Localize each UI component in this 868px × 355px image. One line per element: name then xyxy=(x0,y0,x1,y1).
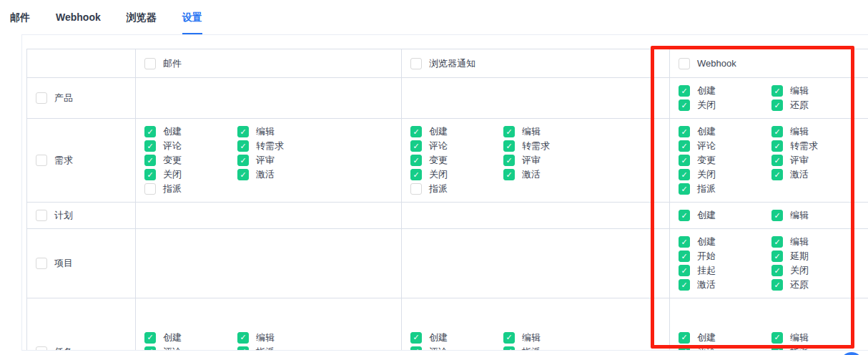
action-item-story-webhook[interactable]: ✓变更 xyxy=(679,153,771,167)
action-item-story-mail[interactable]: ✓创建 xyxy=(144,125,237,139)
action-checkbox[interactable]: ✓ xyxy=(237,155,249,166)
action-checkbox[interactable]: ✓ xyxy=(410,155,422,166)
action-checkbox[interactable]: ✓ xyxy=(503,332,515,344)
action-checkbox[interactable]: ✓ xyxy=(771,99,783,111)
tab-settings[interactable]: 设置 xyxy=(182,11,202,34)
action-item-project-webhook[interactable]: ✓创建 xyxy=(679,235,771,249)
action-checkbox[interactable]: ✓ xyxy=(503,155,515,166)
action-item-task-browser-notice[interactable]: ✓指派 xyxy=(503,345,596,351)
action-checkbox[interactable]: ✓ xyxy=(503,346,515,351)
action-item-story-mail[interactable]: 指派 xyxy=(144,182,237,196)
action-checkbox[interactable]: ✓ xyxy=(679,210,690,221)
action-checkbox[interactable]: ✓ xyxy=(679,140,690,152)
action-item-project-webhook[interactable]: ✓还原 xyxy=(771,278,864,292)
action-item-product-webhook[interactable]: ✓关闭 xyxy=(679,98,771,112)
action-item-task-mail[interactable]: ✓指派 xyxy=(237,345,330,351)
action-checkbox[interactable]: ✓ xyxy=(410,140,422,152)
action-item-project-webhook[interactable]: ✓激活 xyxy=(679,278,771,292)
action-item-story-mail[interactable]: ✓激活 xyxy=(237,167,330,182)
row-checkbox-project[interactable] xyxy=(36,258,47,269)
floating-action-button[interactable] xyxy=(840,352,863,355)
action-item-story-mail[interactable]: ✓关闭 xyxy=(144,167,237,182)
tab-webhook[interactable]: Webhook xyxy=(56,11,101,34)
action-item-story-mail[interactable]: ✓变更 xyxy=(144,153,237,167)
action-checkbox[interactable]: ✓ xyxy=(679,279,690,291)
action-checkbox[interactable]: ✓ xyxy=(503,126,515,137)
action-item-story-mail[interactable]: ✓编辑 xyxy=(237,125,330,139)
action-checkbox[interactable]: ✓ xyxy=(771,346,783,351)
action-item-product-webhook[interactable]: ✓创建 xyxy=(679,84,771,98)
column-checkbox-webhook[interactable] xyxy=(679,58,690,69)
row-checkbox-task[interactable] xyxy=(36,346,47,351)
action-checkbox[interactable]: ✓ xyxy=(237,169,249,180)
action-item-task-mail[interactable]: ✓创建 xyxy=(144,331,237,345)
row-checkbox-plan[interactable] xyxy=(36,210,47,221)
action-checkbox[interactable]: ✓ xyxy=(771,236,783,248)
action-checkbox[interactable]: ✓ xyxy=(144,332,156,344)
action-item-task-mail[interactable]: ✓评论 xyxy=(144,345,237,351)
action-item-story-mail[interactable]: ✓转需求 xyxy=(237,139,330,153)
action-checkbox[interactable]: ✓ xyxy=(771,85,783,97)
action-item-story-webhook[interactable]: ✓编辑 xyxy=(771,125,864,139)
action-checkbox[interactable]: ✓ xyxy=(237,140,249,152)
action-item-product-webhook[interactable]: ✓还原 xyxy=(771,98,864,112)
action-item-task-browser-notice[interactable]: ✓编辑 xyxy=(503,331,596,345)
action-checkbox[interactable]: ✓ xyxy=(144,155,156,166)
action-checkbox[interactable] xyxy=(410,183,422,195)
action-item-story-webhook[interactable]: ✓指派 xyxy=(679,182,771,196)
action-checkbox[interactable]: ✓ xyxy=(679,99,690,111)
action-checkbox[interactable]: ✓ xyxy=(679,85,690,97)
action-item-task-webhook[interactable]: ✓编辑 xyxy=(771,331,864,345)
action-checkbox[interactable]: ✓ xyxy=(679,332,690,344)
action-checkbox[interactable]: ✓ xyxy=(771,332,783,344)
action-item-task-browser-notice[interactable]: ✓创建 xyxy=(410,331,503,345)
action-checkbox[interactable]: ✓ xyxy=(144,126,156,137)
action-checkbox[interactable]: ✓ xyxy=(679,169,690,180)
action-item-story-mail[interactable]: ✓评审 xyxy=(237,153,330,167)
action-item-story-webhook[interactable]: ✓关闭 xyxy=(679,167,771,182)
action-checkbox[interactable]: ✓ xyxy=(771,169,783,180)
action-item-story-browser-notice[interactable]: ✓关闭 xyxy=(410,167,503,182)
action-item-story-webhook[interactable]: ✓评论 xyxy=(679,139,771,153)
action-checkbox[interactable]: ✓ xyxy=(679,346,690,351)
action-item-project-webhook[interactable]: ✓延期 xyxy=(771,249,864,263)
action-checkbox[interactable]: ✓ xyxy=(771,140,783,152)
action-item-project-webhook[interactable]: ✓开始 xyxy=(679,249,771,263)
action-item-story-browser-notice[interactable]: ✓评论 xyxy=(410,139,503,153)
action-checkbox[interactable]: ✓ xyxy=(679,236,690,248)
action-checkbox[interactable]: ✓ xyxy=(679,183,690,195)
action-checkbox[interactable]: ✓ xyxy=(237,332,249,344)
action-item-task-webhook[interactable]: ✓指派 xyxy=(771,345,864,351)
action-item-task-browser-notice[interactable]: ✓评论 xyxy=(410,345,503,351)
action-checkbox[interactable]: ✓ xyxy=(771,279,783,291)
row-checkbox-product[interactable] xyxy=(36,92,47,104)
row-checkbox-story[interactable] xyxy=(36,155,47,166)
action-item-story-browser-notice[interactable]: ✓编辑 xyxy=(503,125,596,139)
action-checkbox[interactable]: ✓ xyxy=(410,169,422,180)
action-checkbox[interactable]: ✓ xyxy=(679,251,690,262)
action-item-story-browser-notice[interactable]: ✓激活 xyxy=(503,167,596,182)
column-checkbox-mail[interactable] xyxy=(144,58,156,69)
action-checkbox[interactable]: ✓ xyxy=(503,140,515,152)
action-item-story-webhook[interactable]: ✓激活 xyxy=(771,167,864,182)
action-item-story-browser-notice[interactable]: ✓转需求 xyxy=(503,139,596,153)
action-checkbox[interactable]: ✓ xyxy=(771,265,783,276)
action-checkbox[interactable]: ✓ xyxy=(144,346,156,351)
action-checkbox[interactable]: ✓ xyxy=(679,265,690,276)
action-checkbox[interactable]: ✓ xyxy=(410,126,422,137)
action-item-task-webhook[interactable]: ✓创建 xyxy=(679,331,771,345)
action-checkbox[interactable]: ✓ xyxy=(771,210,783,221)
action-checkbox[interactable]: ✓ xyxy=(679,126,690,137)
action-checkbox[interactable]: ✓ xyxy=(144,140,156,152)
action-item-plan-webhook[interactable]: ✓编辑 xyxy=(771,208,864,223)
action-item-task-webhook[interactable]: ✓评论 xyxy=(679,345,771,351)
action-item-project-webhook[interactable]: ✓关闭 xyxy=(771,263,864,278)
tab-browser[interactable]: 浏览器 xyxy=(127,11,157,34)
action-item-story-browser-notice[interactable]: ✓创建 xyxy=(410,125,503,139)
action-item-story-webhook[interactable]: ✓创建 xyxy=(679,125,771,139)
action-item-plan-webhook[interactable]: ✓创建 xyxy=(679,208,771,223)
action-checkbox[interactable]: ✓ xyxy=(410,346,422,351)
action-item-project-webhook[interactable]: ✓挂起 xyxy=(679,263,771,278)
action-item-story-browser-notice[interactable]: ✓评审 xyxy=(503,153,596,167)
action-checkbox[interactable]: ✓ xyxy=(144,169,156,180)
